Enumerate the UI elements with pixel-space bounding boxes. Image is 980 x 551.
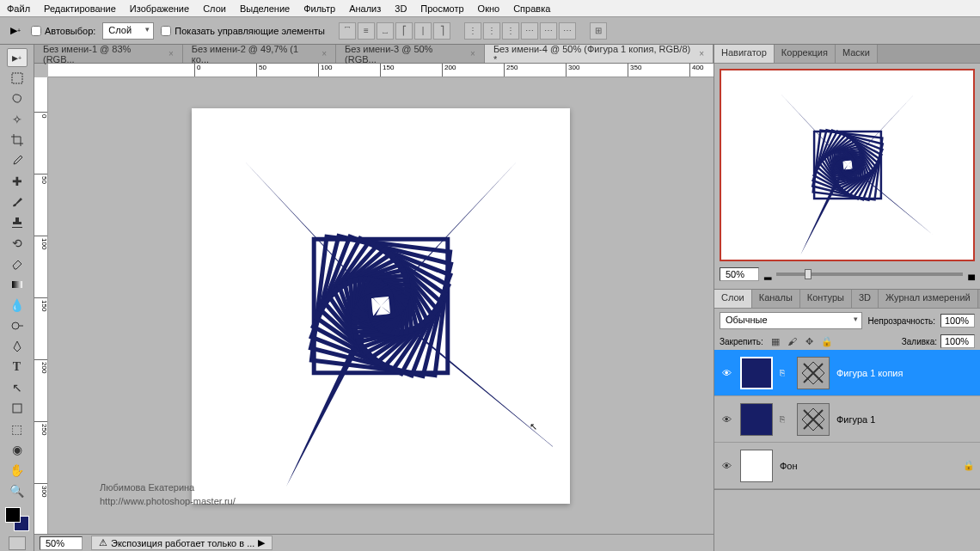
move-tool-preset-icon[interactable]: ▶+ [7,24,24,38]
horizontal-ruler[interactable]: 050100150200250300350400 [48,64,714,77]
navigator-preview[interactable] [720,69,975,261]
blend-mode-dropdown[interactable]: Обычные [720,312,862,329]
document-canvas[interactable] [192,108,570,504]
eraser-tool[interactable] [7,254,28,273]
crop-tool[interactable] [7,131,28,150]
layers-3d-tab[interactable]: 3D [852,290,879,308]
align-vcenter-icon[interactable]: ≡ [358,22,375,40]
align-top-icon[interactable]: ⎴ [339,22,356,40]
layer-row[interactable]: 👁 ⎘ Фигура 1 копия [714,350,980,396]
foreground-swatch[interactable] [5,507,21,523]
status-zoom[interactable]: 50% [40,536,83,550]
dodge-tool[interactable] [7,316,28,335]
move-tool[interactable]: ▸+ [7,48,28,67]
autoselect-input[interactable] [31,26,41,36]
quickmask-toggle[interactable] [9,536,26,550]
distribute-4-icon[interactable]: ⋯ [521,22,538,40]
autoselect-checkbox[interactable]: Автовыбор: [31,26,95,36]
3d-tool[interactable]: ⬚ [7,419,28,438]
zoom-in-icon[interactable]: ▄ [968,269,975,279]
healing-tool[interactable]: ✚ [7,172,28,191]
blur-tool[interactable]: 💧 [7,296,28,315]
show-controls-input[interactable] [161,26,171,36]
pen-tool[interactable] [7,337,28,356]
visibility-toggle-icon[interactable]: 👁 [720,368,733,378]
lock-all-icon[interactable]: 🔒 [820,334,834,348]
autoselect-target-dropdown[interactable]: Слой [102,22,154,40]
stamp-tool[interactable] [7,213,28,232]
zoom-tool[interactable]: 🔍 [7,481,28,500]
show-controls-checkbox[interactable]: Показать управляющие элементы [161,26,325,36]
status-message[interactable]: ⚠ Экспозиция работает только в ... ▶ [91,536,273,550]
doc-tab-2[interactable]: Без имени-3 @ 50% (RGB...× [336,45,485,63]
layer-name-label[interactable]: Фон [780,461,956,471]
menu-file[interactable]: Файл [7,3,30,14]
menu-help[interactable]: Справка [513,3,550,14]
distribute-1-icon[interactable]: ⋮ [464,22,481,40]
navigator-zoom-slider[interactable] [776,272,963,276]
layers-tab[interactable]: Слои [714,290,752,308]
distribute-5-icon[interactable]: ⋯ [540,22,557,40]
type-tool[interactable]: T [7,358,28,377]
menu-select[interactable]: Выделение [240,3,290,14]
menu-3d[interactable]: 3D [395,3,407,14]
distribute-6-icon[interactable]: ⋯ [559,22,576,40]
eyedropper-tool[interactable] [7,151,28,170]
close-icon[interactable]: × [322,49,327,58]
3d-camera-tool[interactable]: ◉ [7,440,28,459]
doc-tab-0[interactable]: Без имени-1 @ 83% (RGB...× [34,45,183,63]
opacity-input[interactable]: 100% [940,314,975,328]
channels-tab[interactable]: Каналы [752,290,800,308]
adjustments-tab[interactable]: Коррекция [775,45,836,63]
menu-view[interactable]: Просмотр [420,3,463,14]
lock-position-icon[interactable]: ✥ [803,334,817,348]
distribute-3-icon[interactable]: ⋮ [502,22,519,40]
close-icon[interactable]: × [699,49,704,58]
masks-tab[interactable]: Маски [836,45,878,63]
close-icon[interactable]: × [470,49,475,58]
shape-tool[interactable] [7,399,28,418]
menu-image[interactable]: Изображение [130,3,189,14]
menu-window[interactable]: Окно [478,3,500,14]
navigator-zoom-input[interactable]: 50% [720,267,759,281]
layer-name-label[interactable]: Фигура 1 копия [836,368,975,378]
distribute-2-icon[interactable]: ⋮ [483,22,500,40]
layer-thumb[interactable] [740,403,773,436]
vector-mask-thumb[interactable] [797,403,830,436]
align-left-icon[interactable]: ⎡ [395,22,413,40]
lock-pixels-icon[interactable]: 🖌 [786,334,799,348]
vector-mask-thumb[interactable] [797,357,830,389]
gradient-tool[interactable] [7,275,28,294]
auto-align-icon[interactable]: ⊞ [590,22,607,40]
menu-layers[interactable]: Слои [203,3,226,14]
brush-tool[interactable] [7,193,28,211]
vertical-ruler[interactable]: 050100150200250300350400 [34,77,48,534]
color-swatches[interactable] [5,507,29,531]
zoom-out-icon[interactable]: ▂ [764,269,771,280]
menu-filter[interactable]: Фильтр [303,3,335,14]
close-icon[interactable]: × [168,49,174,58]
layer-row[interactable]: 👁 Фон 🔒 [714,443,980,489]
align-right-icon[interactable]: ⎤ [433,22,450,40]
fill-input[interactable]: 100% [940,334,975,348]
lock-transparency-icon[interactable]: ▦ [769,334,782,348]
layer-name-label[interactable]: Фигура 1 [836,414,975,425]
history-tab[interactable]: Журнал измерений [879,290,978,308]
doc-tab-1[interactable]: Без имени-2 @ 49,7% (1 ко...× [183,45,336,63]
visibility-toggle-icon[interactable]: 👁 [720,461,733,471]
menu-edit[interactable]: Редактирование [44,3,116,14]
history-brush-tool[interactable]: ⟲ [7,234,28,253]
visibility-toggle-icon[interactable]: 👁 [720,414,733,425]
navigator-tab[interactable]: Навигатор [714,45,775,63]
marquee-tool[interactable] [7,69,28,88]
paths-tab[interactable]: Контуры [800,290,852,308]
layer-thumb[interactable] [740,357,773,389]
lasso-tool[interactable] [7,89,28,108]
align-bottom-icon[interactable]: ⎵ [377,22,394,40]
hand-tool[interactable]: ✋ [7,461,28,480]
menu-analysis[interactable]: Анализ [349,3,381,14]
doc-tab-3[interactable]: Без имени-4 @ 50% (Фигура 1 копия, RGB/8… [485,45,714,63]
layer-thumb[interactable] [740,450,773,482]
layer-row[interactable]: 👁 ⎘ Фигура 1 [714,396,980,443]
align-hcenter-icon[interactable]: | [414,22,432,40]
